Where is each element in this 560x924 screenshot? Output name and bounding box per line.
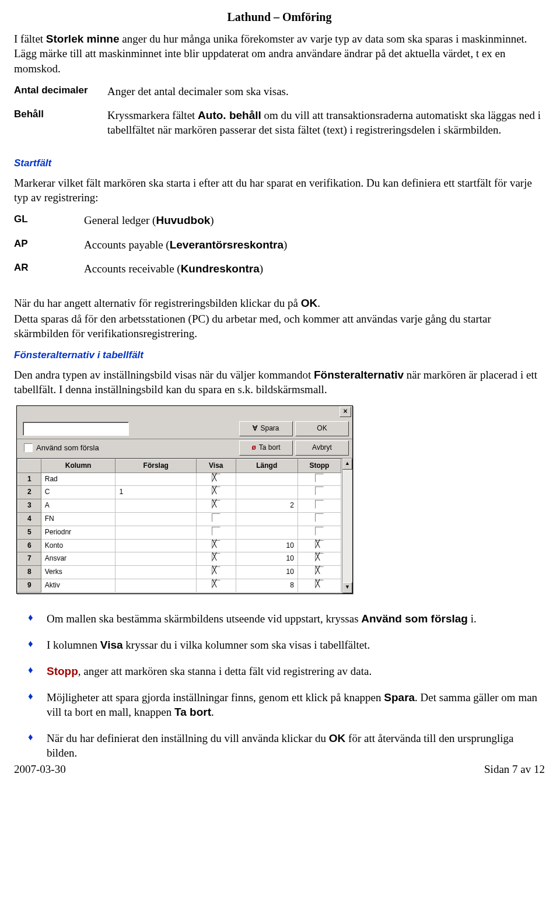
cell-kolumn[interactable]: Aktiv bbox=[41, 579, 116, 593]
cell-visa[interactable] bbox=[196, 486, 236, 499]
checkbox-icon[interactable] bbox=[315, 566, 324, 575]
cell-visa[interactable] bbox=[196, 499, 236, 513]
cell-visa[interactable] bbox=[196, 513, 236, 526]
b5b: OK bbox=[329, 732, 346, 744]
cell-stopp[interactable] bbox=[298, 579, 341, 593]
cell-stopp[interactable] bbox=[298, 526, 341, 539]
intro-field-name: Storlek minne bbox=[46, 33, 120, 45]
table-row[interactable]: 1Rad bbox=[18, 473, 341, 486]
close-icon[interactable]: × bbox=[340, 407, 351, 417]
b1a: Om mallen ska bestämma skärmbildens utse… bbox=[47, 612, 361, 625]
def-term-gl: GL bbox=[14, 213, 84, 237]
cell-langd[interactable]: 2 bbox=[236, 499, 298, 513]
cell-forslag[interactable] bbox=[116, 513, 197, 526]
table-row[interactable]: 9Aktiv8 bbox=[18, 579, 341, 593]
table-row[interactable]: 5Periodnr bbox=[18, 526, 341, 539]
cell-stopp[interactable] bbox=[298, 513, 341, 526]
checkbox-icon[interactable] bbox=[212, 566, 220, 575]
table-row[interactable]: 3A2 bbox=[18, 499, 341, 513]
cell-langd[interactable] bbox=[236, 473, 298, 486]
scroll-up-icon[interactable]: ▲ bbox=[342, 459, 352, 470]
intro-text-a: I fältet bbox=[14, 33, 46, 45]
cell-kolumn[interactable]: C bbox=[41, 486, 116, 499]
startfalt-table: GL General ledger (Huvudbok) AP Accounts… bbox=[14, 213, 545, 285]
use-as-default-checkbox[interactable] bbox=[24, 443, 33, 452]
cell-visa[interactable] bbox=[196, 539, 236, 552]
checkbox-icon[interactable] bbox=[212, 487, 220, 495]
checkbox-icon[interactable] bbox=[315, 527, 324, 536]
delete-button[interactable]: øTa bort bbox=[239, 440, 293, 456]
cell-forslag[interactable] bbox=[116, 579, 197, 593]
cell-visa[interactable] bbox=[196, 552, 236, 566]
cell-kolumn[interactable]: Konto bbox=[41, 539, 116, 552]
b4b: Spara bbox=[384, 691, 415, 704]
cell-stopp[interactable] bbox=[298, 552, 341, 566]
table-row[interactable]: 6Konto10 bbox=[18, 539, 341, 552]
cell-kolumn[interactable]: Rad bbox=[41, 473, 116, 486]
checkbox-icon[interactable] bbox=[212, 553, 220, 562]
def-val-ar: Accounts receivable (Kundreskontra) bbox=[84, 261, 545, 285]
table-row[interactable]: 8Verks10 bbox=[18, 566, 341, 579]
cell-langd[interactable] bbox=[236, 486, 298, 499]
cell-visa[interactable] bbox=[196, 579, 236, 593]
cell-kolumn[interactable]: Periodnr bbox=[41, 526, 116, 539]
checkbox-icon[interactable] bbox=[315, 500, 324, 509]
cell-forslag[interactable] bbox=[116, 552, 197, 566]
cell-forslag[interactable] bbox=[116, 566, 197, 579]
b3a: Stopp bbox=[47, 665, 78, 677]
checkbox-icon[interactable] bbox=[212, 474, 220, 482]
checkbox-icon[interactable] bbox=[212, 540, 220, 549]
grid-header: Längd bbox=[236, 459, 298, 473]
cell-kolumn[interactable]: Verks bbox=[41, 566, 116, 579]
cell-kolumn[interactable]: FN bbox=[41, 513, 116, 526]
cell-langd[interactable]: 10 bbox=[236, 552, 298, 566]
checkbox-icon[interactable] bbox=[212, 580, 220, 589]
cell-kolumn[interactable]: A bbox=[41, 499, 116, 513]
cell-forslag[interactable] bbox=[116, 473, 197, 486]
checkbox-icon[interactable] bbox=[212, 513, 220, 522]
cell-visa[interactable] bbox=[196, 473, 236, 486]
cell-forslag[interactable]: 1 bbox=[116, 486, 197, 499]
cell-stopp[interactable] bbox=[298, 539, 341, 552]
template-name-input[interactable] bbox=[23, 422, 129, 436]
def-val-behall: Kryssmarkera fältet Auto. behåll om du v… bbox=[107, 108, 545, 146]
cell-visa[interactable] bbox=[196, 526, 236, 539]
checkbox-icon[interactable] bbox=[315, 580, 324, 589]
cell-stopp[interactable] bbox=[298, 486, 341, 499]
checkbox-icon[interactable] bbox=[315, 474, 324, 482]
row-number: 3 bbox=[18, 499, 41, 513]
table-row[interactable]: 2C1 bbox=[18, 486, 341, 499]
ok-button[interactable]: OK bbox=[295, 421, 349, 436]
checkbox-icon[interactable] bbox=[315, 513, 324, 522]
cell-stopp[interactable] bbox=[298, 499, 341, 513]
b1b: Använd som förslag bbox=[361, 612, 468, 625]
page-title: Lathund – Omföring bbox=[14, 9, 545, 24]
cell-forslag[interactable] bbox=[116, 499, 197, 513]
cancel-button[interactable]: Avbryt bbox=[295, 440, 349, 456]
cell-langd[interactable] bbox=[236, 526, 298, 539]
grid-scrollbar[interactable]: ▲ ▼ bbox=[342, 459, 352, 593]
cell-forslag[interactable] bbox=[116, 526, 197, 539]
cell-stopp[interactable] bbox=[298, 473, 341, 486]
cell-langd[interactable] bbox=[236, 513, 298, 526]
save-button[interactable]: ∀Spara bbox=[239, 421, 293, 436]
cell-kolumn[interactable]: Ansvar bbox=[41, 552, 116, 566]
checkbox-icon[interactable] bbox=[315, 540, 324, 549]
cell-langd[interactable]: 10 bbox=[236, 566, 298, 579]
startfalt-paragraph: Markerar vilket fält markören ska starta… bbox=[14, 176, 545, 205]
checkbox-icon[interactable] bbox=[315, 553, 324, 562]
cell-stopp[interactable] bbox=[298, 566, 341, 579]
cell-forslag[interactable] bbox=[116, 539, 197, 552]
row-number: 2 bbox=[18, 486, 41, 499]
checkbox-icon[interactable] bbox=[315, 487, 324, 495]
cell-langd[interactable]: 8 bbox=[236, 579, 298, 593]
def-term-ar: AR bbox=[14, 261, 84, 285]
columns-grid[interactable]: KolumnFörslagVisaLängdStopp 1Rad2C13A24F… bbox=[17, 459, 342, 593]
cell-visa[interactable] bbox=[196, 566, 236, 579]
checkbox-icon[interactable] bbox=[212, 500, 220, 509]
cell-langd[interactable]: 10 bbox=[236, 539, 298, 552]
table-row[interactable]: 7Ansvar10 bbox=[18, 552, 341, 566]
table-row[interactable]: 4FN bbox=[18, 513, 341, 526]
checkbox-icon[interactable] bbox=[212, 527, 220, 536]
scroll-down-icon[interactable]: ▼ bbox=[342, 582, 352, 593]
